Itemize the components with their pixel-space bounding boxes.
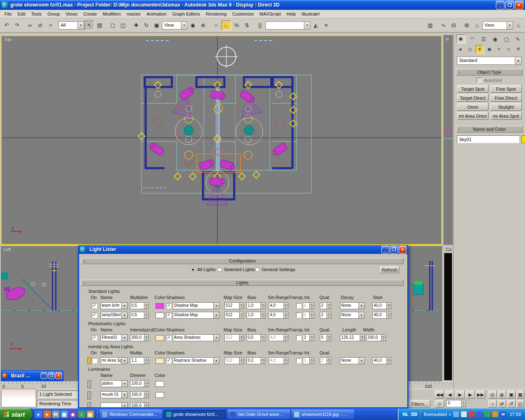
chevron-down-icon[interactable]: ▼ — [121, 381, 127, 387]
tray-icon-7[interactable]: W — [500, 411, 506, 417]
decay-dropdown[interactable]: None▼ — [340, 302, 365, 309]
desktop-toolbar-label[interactable]: Bureaublad — [424, 412, 447, 417]
chevron-down-icon[interactable]: ▼ — [121, 335, 127, 341]
zoom-icon[interactable]: ◎ — [488, 390, 497, 399]
viewport-top[interactable]: Top — [1, 35, 442, 245]
luminaire-name-dropdown[interactable]: plafon▼ — [100, 380, 128, 387]
shadow-type-dropdown[interactable]: Raytrace Shadow▼ — [173, 357, 219, 364]
decay-start-spinner[interactable]: 40,0▲▼ — [372, 312, 391, 319]
folder-icon[interactable]: ▨ — [87, 411, 94, 418]
mirror-icon[interactable]: ◭ — [311, 21, 321, 30]
chevron-down-icon[interactable]: ▼ — [213, 312, 219, 318]
menu-tools[interactable]: Tools — [28, 10, 45, 18]
arc-rotate-icon[interactable]: ↺ — [507, 400, 516, 408]
name-and-color-rollout[interactable]: Name and Color — [456, 126, 523, 132]
use-pivot-center-icon[interactable]: ◉ — [188, 21, 198, 30]
all-lights-radio[interactable] — [191, 267, 195, 272]
decay-start-spinner[interactable]: 40,0▲▼ — [372, 357, 391, 364]
task-windows-commander[interactable]: Windows Commander... — [100, 410, 162, 419]
transp-checkbox[interactable] — [296, 335, 301, 340]
key-mode-toggle-button[interactable]: ◇ — [435, 400, 444, 408]
tray-icon-6[interactable] — [492, 411, 498, 417]
chevron-down-icon[interactable]: ▼ — [121, 403, 127, 407]
map-size-spinner[interactable]: 512▲▼ — [224, 357, 244, 364]
selection-filter-dropdown[interactable]: All ▼ — [59, 21, 84, 30]
tab-hierarchy-icon[interactable]: ☰ — [479, 34, 488, 43]
light-on-checkbox[interactable] — [92, 335, 97, 340]
shadows-on-checkbox[interactable] — [166, 358, 171, 363]
redo-icon[interactable]: ↷ — [12, 21, 22, 30]
menu-graph-editors[interactable]: Graph Editors — [169, 10, 203, 18]
maximize-button[interactable]: ❐ — [505, 1, 514, 9]
luminaire-name-dropdown[interactable]: muurk 01▼ — [100, 391, 128, 398]
viewport-camera-label[interactable]: Ca — [446, 247, 452, 252]
skylight-button[interactable]: Skylight — [490, 103, 522, 111]
tab-display-icon[interactable]: ▢ — [502, 34, 511, 43]
keyboard-icon[interactable]: ⌨ — [411, 412, 417, 417]
multip-spinner[interactable]: 1,1▲▼ — [130, 357, 149, 364]
light-color-swatch[interactable] — [155, 335, 164, 341]
decay-dropdown[interactable]: None▼ — [340, 312, 365, 319]
shadows-on-checkbox[interactable] — [166, 303, 171, 308]
tray-icon-2[interactable] — [461, 411, 467, 417]
light-color-swatch[interactable] — [155, 313, 164, 318]
tray-icon-4[interactable] — [477, 411, 482, 417]
task-3dsmax[interactable]: grote showroom fzr0... — [164, 410, 226, 419]
tab-modify-icon[interactable]: ◠ — [468, 34, 477, 43]
select-by-name-icon[interactable]: ▤ — [95, 21, 105, 30]
play-button[interactable]: ▶ — [455, 390, 465, 399]
selected-lights-radio[interactable] — [217, 267, 222, 272]
shadows-on-checkbox[interactable] — [166, 313, 171, 318]
category-systems-icon[interactable]: ✳ — [514, 45, 523, 53]
target-direct-button[interactable]: Target Direct — [457, 94, 488, 102]
luminaire-select-bar[interactable] — [87, 402, 91, 407]
viewport-left-label[interactable]: Left — [3, 247, 11, 252]
light-on-checkbox[interactable] — [92, 303, 97, 308]
qual-spinner[interactable]: 2▲▼ — [320, 312, 331, 319]
align-icon[interactable]: ≡ — [321, 21, 331, 30]
int-spinner[interactable]: 1▲▼ — [303, 312, 314, 319]
intensity-spinner[interactable]: 300,0▲▼ — [130, 334, 149, 341]
tab-utilities-icon[interactable]: ✎ — [513, 34, 523, 43]
lights-rollout[interactable]: Lights — [81, 280, 404, 286]
tray-icon-5[interactable] — [484, 411, 490, 417]
window-crossing-icon[interactable]: ◫ — [118, 21, 128, 30]
menu-views[interactable]: Views — [63, 10, 80, 18]
schematic-view-icon[interactable]: ⊟ — [449, 21, 459, 30]
minimize-button[interactable]: _ — [496, 1, 504, 9]
viewport-perspective-label[interactable]: P — [446, 37, 449, 42]
menu-animation[interactable]: Animation — [144, 10, 169, 18]
int-spinner[interactable]: 2▲▼ — [303, 334, 314, 341]
viewport-camera-strip[interactable]: Ca — [443, 246, 453, 381]
go-to-end-button[interactable]: ▶▶ — [476, 390, 485, 399]
dialog-close-button[interactable]: × — [399, 246, 406, 253]
tray-icon-3[interactable] — [469, 411, 475, 417]
chevron-down-icon[interactable]: ▼ — [358, 312, 364, 318]
mail-icon[interactable]: ✉ — [52, 411, 59, 418]
sm-range-spinner[interactable]: 4,0▲▼ — [269, 334, 288, 341]
chevron-down-icon[interactable]: ▼ — [121, 358, 127, 364]
object-type-rollout[interactable]: Object Type — [456, 69, 523, 75]
next-frame-button[interactable]: ▶ — [466, 390, 475, 399]
category-lights-icon[interactable]: ☀ — [475, 45, 484, 53]
pan-icon[interactable]: ⇄ — [498, 400, 506, 408]
material-editor-icon[interactable]: ⊞ — [462, 21, 472, 30]
bind-to-space-warp-icon[interactable]: ≈ — [46, 21, 55, 30]
undo-icon[interactable]: ↶ — [2, 21, 11, 30]
close-button[interactable]: × — [515, 1, 523, 9]
menu-rendering[interactable]: Rendering — [203, 10, 230, 18]
transp-checkbox[interactable] — [296, 303, 301, 308]
rectangular-selection-icon[interactable]: ▢ — [108, 21, 118, 30]
category-space-warps-icon[interactable]: ≈ — [504, 45, 513, 53]
field-of-view-icon[interactable]: ◔ — [488, 400, 497, 408]
map-size-spinner[interactable]: 512▲▼ — [224, 312, 244, 319]
quick-render-icon[interactable]: ♨ — [514, 21, 523, 30]
chevron-down-icon[interactable]: ▼ — [121, 312, 127, 318]
chevron-down-icon[interactable]: ▼ — [304, 22, 310, 29]
snaps-toggle-icon[interactable]: ∩ — [211, 21, 221, 30]
percent-snap-icon[interactable]: % — [232, 21, 242, 30]
select-and-link-icon[interactable]: ∞ — [25, 21, 35, 30]
dimmer-spinner[interactable]: 100,0▲▼ — [130, 391, 149, 398]
render-scene-icon[interactable]: ♨ — [472, 21, 482, 30]
luminaire-select-bar[interactable] — [87, 391, 91, 399]
